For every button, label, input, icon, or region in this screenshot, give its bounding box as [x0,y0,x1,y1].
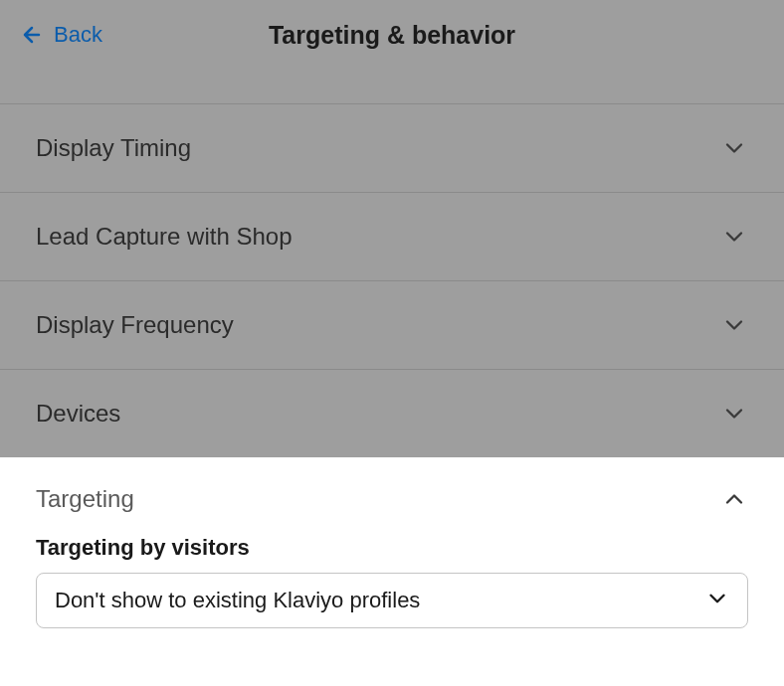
accordion-label: Devices [36,400,120,428]
select-value: Don't show to existing Klaviyo profiles [55,588,420,613]
chevron-down-icon [720,400,748,428]
accordion-item-display-timing[interactable]: Display Timing [0,103,784,192]
back-label: Back [54,22,102,48]
chevron-down-icon [720,311,748,339]
accordion-item-targeting[interactable]: Targeting [0,457,784,535]
chevron-up-icon [720,485,748,513]
targeting-content: Targeting by visitors Don't show to exis… [0,535,784,668]
accordion-label: Targeting [36,485,134,513]
back-button[interactable]: Back [20,22,102,48]
accordion-label: Lead Capture with Shop [36,223,293,251]
chevron-down-icon [720,134,748,162]
accordion-item-lead-capture[interactable]: Lead Capture with Shop [0,192,784,280]
page-header: Back Targeting & behavior [0,0,784,103]
accordion-label: Display Timing [36,134,191,162]
active-section: Targeting Targeting by visitors Don't sh… [0,457,784,668]
dimmed-overlay-region: Back Targeting & behavior Display Timing… [0,0,784,457]
accordion-item-display-frequency[interactable]: Display Frequency [0,280,784,369]
accordion-item-devices[interactable]: Devices [0,369,784,457]
page-title: Targeting & behavior [269,21,515,50]
arrow-left-icon [20,23,44,47]
accordion-label: Display Frequency [36,311,234,339]
field-label-targeting-visitors: Targeting by visitors [36,535,748,561]
targeting-visitors-select[interactable]: Don't show to existing Klaviyo profiles [36,573,748,628]
chevron-down-icon [720,223,748,251]
